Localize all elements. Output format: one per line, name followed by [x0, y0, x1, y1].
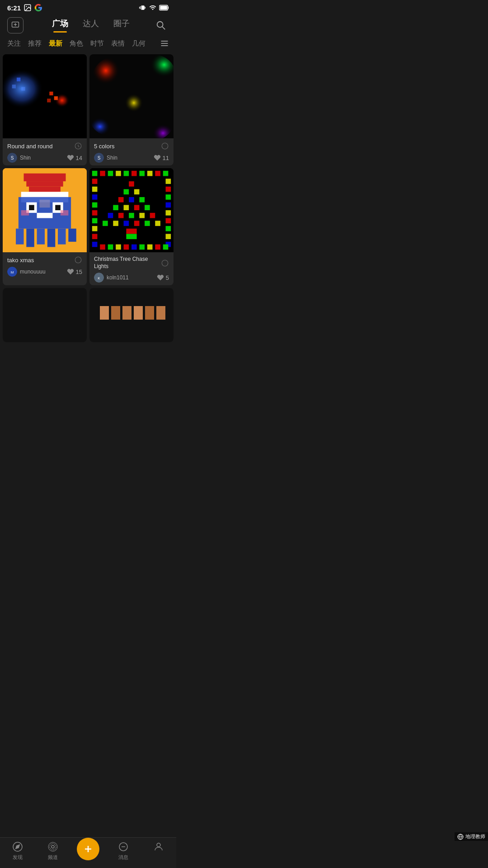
svg-rect-22 — [47, 99, 51, 102]
cat-geometry[interactable]: 几何 — [132, 39, 145, 48]
svg-rect-91 — [116, 245, 121, 250]
card-tako-xmas[interactable]: tako xmas M munouuuu — [3, 168, 87, 285]
svg-rect-18 — [12, 85, 16, 88]
svg-rect-78 — [92, 234, 98, 239]
search-button[interactable] — [153, 17, 169, 33]
svg-rect-99 — [124, 189, 129, 195]
status-right — [139, 4, 169, 11]
nav-add-button[interactable] — [70, 842, 106, 860]
tab-daren[interactable]: 达人 — [83, 18, 99, 33]
content-grid: Round and round S Shin — [0, 52, 176, 378]
svg-rect-118 — [155, 221, 160, 226]
card-thumb-tako — [3, 168, 87, 252]
card-bottom-tako: tako xmas M munouuuu — [3, 252, 87, 279]
more-categories-button[interactable] — [160, 39, 169, 48]
tab-guangchang[interactable]: 广场 — [52, 18, 68, 33]
author-munouuuu: M munouuuu — [7, 267, 46, 277]
svg-text:M: M — [11, 270, 14, 274]
card-partial-right[interactable] — [89, 288, 174, 342]
svg-rect-93 — [131, 245, 137, 250]
category-tabs: 关注 推荐 最新 角色 时节 表情 几何 — [0, 33, 176, 52]
heart-icon-4 — [157, 274, 164, 281]
svg-rect-65 — [124, 171, 129, 176]
cat-follow[interactable]: 关注 — [7, 39, 21, 48]
svg-rect-94 — [139, 245, 145, 250]
svg-rect-81 — [166, 187, 171, 192]
cat-latest[interactable]: 最新 — [49, 39, 62, 48]
svg-rect-64 — [116, 171, 121, 176]
card-round-and-round[interactable]: Round and round S Shin — [3, 54, 87, 165]
card-meta-tako: M munouuuu 15 — [7, 267, 82, 277]
svg-rect-92 — [124, 245, 129, 250]
svg-rect-76 — [92, 218, 98, 223]
menu-icon — [160, 39, 169, 48]
svg-rect-83 — [166, 203, 171, 208]
add-content-button[interactable] — [7, 17, 23, 33]
nav-channel[interactable]: 频道 — [35, 841, 70, 861]
add-icon — [11, 21, 20, 30]
svg-rect-90 — [108, 245, 113, 250]
svg-text:S: S — [98, 156, 101, 160]
svg-rect-4 — [168, 6, 169, 9]
svg-rect-113 — [103, 221, 108, 226]
svg-point-133 — [52, 845, 54, 848]
svg-rect-19 — [21, 87, 25, 90]
card-bottom-christmas: Christmas Tree Chase Lights K koln1011 — [89, 252, 174, 285]
thumb-svg-round — [3, 54, 87, 138]
svg-rect-61 — [92, 171, 98, 176]
svg-rect-37 — [26, 181, 63, 187]
svg-rect-89 — [100, 245, 105, 250]
nav-messages[interactable]: 消息 — [106, 841, 141, 861]
author-shin2: S Shin — [94, 153, 117, 163]
svg-rect-62 — [100, 171, 105, 176]
svg-text:S: S — [11, 156, 14, 160]
nav-profile[interactable]: 我 — [141, 841, 176, 861]
svg-rect-106 — [134, 205, 140, 210]
svg-point-32 — [162, 143, 168, 149]
card-title-tako: tako xmas — [7, 256, 82, 264]
svg-rect-84 — [166, 210, 171, 216]
svg-rect-100 — [134, 189, 140, 195]
svg-rect-20 — [49, 92, 53, 95]
svg-rect-73 — [92, 194, 98, 200]
wifi-icon — [149, 4, 156, 11]
avatar-shin2: S — [94, 153, 104, 163]
svg-rect-129 — [145, 306, 154, 320]
svg-rect-85 — [166, 218, 171, 223]
card-christmas-tree[interactable]: Christmas Tree Chase Lights K koln1011 — [89, 168, 174, 285]
cat-recommend[interactable]: 推荐 — [28, 39, 42, 48]
cat-role[interactable]: 角色 — [70, 39, 83, 48]
share-icon-2 — [161, 142, 169, 150]
svg-rect-63 — [108, 171, 113, 176]
thumb-svg-tako — [3, 168, 87, 252]
thumb-svg-christmas — [89, 168, 174, 252]
channel-icon — [47, 841, 58, 852]
tab-quanzi[interactable]: 圈子 — [113, 18, 130, 33]
svg-rect-2 — [141, 5, 145, 9]
nav-tabs: 广场 达人 圈子 — [29, 18, 153, 33]
svg-rect-46 — [55, 205, 61, 210]
svg-rect-51 — [47, 229, 55, 247]
svg-point-57 — [75, 257, 81, 263]
svg-rect-95 — [147, 245, 153, 250]
svg-rect-49 — [26, 229, 34, 247]
svg-rect-60 — [89, 168, 174, 252]
svg-rect-108 — [108, 213, 113, 218]
cat-emotion[interactable]: 表情 — [111, 39, 125, 48]
card-thumb-wood — [89, 288, 174, 342]
svg-point-1 — [26, 6, 27, 7]
likes-colors: 11 — [154, 154, 169, 161]
svg-rect-119 — [126, 229, 136, 234]
card-5-colors[interactable]: 5 colors S Shin — [89, 54, 174, 165]
vibrate-icon — [139, 4, 146, 11]
author-koln1011: K koln1011 — [94, 273, 129, 283]
svg-rect-38 — [29, 187, 61, 192]
svg-rect-54 — [21, 210, 29, 216]
card-partial-left[interactable] — [3, 288, 87, 342]
add-button-circle[interactable] — [77, 838, 99, 860]
avatar-munouuuu: M — [7, 267, 17, 277]
cat-season[interactable]: 时节 — [90, 39, 104, 48]
nav-channel-label: 频道 — [48, 854, 58, 861]
nav-discover[interactable]: 发现 — [0, 841, 35, 861]
svg-rect-104 — [113, 205, 118, 210]
